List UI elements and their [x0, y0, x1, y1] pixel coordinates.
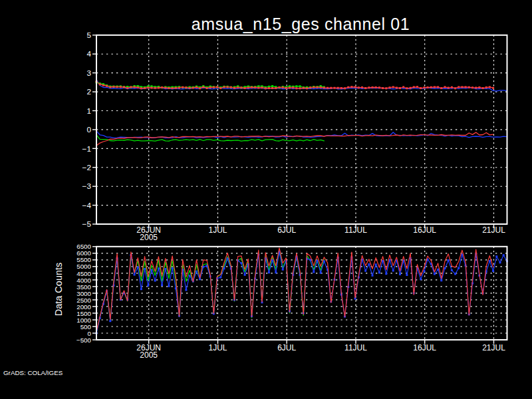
- svg-text:16JUL: 16JUL: [413, 225, 436, 235]
- svg-text:11JUL: 11JUL: [344, 225, 367, 235]
- svg-text:2005: 2005: [140, 233, 158, 242]
- svg-text:0: 0: [86, 125, 91, 134]
- svg-text:GrADS: COLA/IGES: GrADS: COLA/IGES: [3, 369, 63, 376]
- svg-text:4: 4: [86, 49, 91, 59]
- svg-text:1JUL: 1JUL: [208, 225, 227, 235]
- svg-text:−1: −1: [82, 144, 91, 154]
- svg-text:5: 5: [86, 31, 91, 40]
- svg-text:amsua_n15_ges channel 01: amsua_n15_ges channel 01: [192, 15, 410, 33]
- svg-text:−3: −3: [82, 182, 92, 191]
- svg-text:3: 3: [86, 68, 91, 78]
- svg-text:6JUL: 6JUL: [277, 343, 296, 352]
- svg-text:−5: −5: [82, 219, 92, 229]
- svg-text:2005: 2005: [140, 350, 158, 360]
- svg-text:−2: −2: [82, 163, 91, 172]
- svg-text:21JUL: 21JUL: [482, 225, 505, 235]
- svg-text:16JUL: 16JUL: [413, 343, 436, 352]
- svg-text:6JUL: 6JUL: [277, 225, 296, 235]
- svg-text:11JUL: 11JUL: [344, 343, 367, 352]
- svg-text:21JUL: 21JUL: [482, 343, 505, 352]
- svg-text:1JUL: 1JUL: [208, 343, 227, 352]
- svg-text:−4: −4: [82, 201, 92, 210]
- svg-text:Data Counts: Data Counts: [53, 263, 64, 317]
- svg-text:−500: −500: [76, 336, 92, 344]
- svg-text:2: 2: [86, 87, 91, 96]
- svg-text:1: 1: [86, 106, 91, 116]
